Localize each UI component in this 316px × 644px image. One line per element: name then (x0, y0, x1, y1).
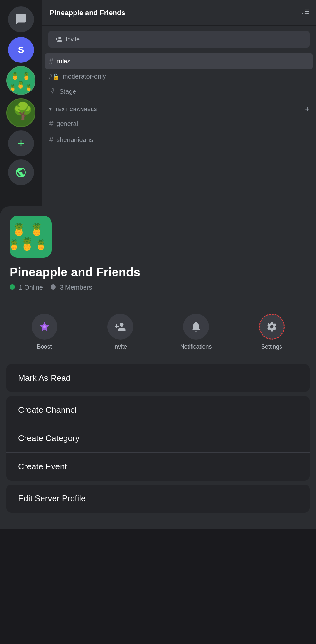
create-category-button[interactable]: Create Category (6, 424, 310, 453)
svg-text:🍍: 🍍 (9, 84, 16, 91)
svg-rect-8 (10, 216, 52, 258)
notifications-label: Notifications (180, 343, 212, 350)
add-channel-button[interactable]: + (305, 105, 310, 113)
channel-name: general (56, 120, 78, 128)
top-section: S 🍍 🍍 🍍 🍍 🍍 🌳 + (0, 0, 316, 213)
channel-name: Stage (59, 88, 76, 95)
channel-name: shenanigans (56, 136, 93, 144)
invite-icon-container (107, 314, 133, 340)
settings-icon-container (259, 314, 285, 340)
server-icon-pineapple[interactable]: 🍍 🍍 🍍 🍍 🍍 (6, 66, 35, 95)
stage-icon (49, 87, 56, 96)
server-list: S 🍍 🍍 🍍 🍍 🍍 🌳 + (0, 0, 42, 213)
server-meta: 1 Online 3 Members (10, 284, 306, 291)
boost-label: Boost (37, 343, 52, 350)
channel-moderator-only[interactable]: #🔒 moderator-only (45, 70, 313, 83)
category-label: TEXT CHANNELS (55, 107, 97, 112)
svg-text:🍍: 🍍 (11, 222, 27, 237)
member-count-label: 3 Members (60, 284, 92, 291)
svg-text:🍍: 🍍 (16, 80, 25, 89)
notifications-icon-container (183, 314, 209, 340)
add-server-button[interactable]: + (8, 130, 34, 156)
channel-name: rules (56, 58, 70, 65)
bottom-sheet: 🍍 🍍 🍍 🍍 🍍 Pineapple and Friends 1 Online… (0, 206, 316, 529)
create-channel-button[interactable]: Create Channel (6, 396, 310, 424)
server-name-header: Pineapple and Friends (50, 9, 125, 17)
svg-text:🍍: 🍍 (29, 222, 44, 237)
boost-icon-container (32, 314, 57, 340)
channel-shenanigans[interactable]: # shenanigans (45, 132, 313, 148)
settings-button[interactable]: Settings (234, 314, 310, 350)
member-dot (51, 284, 56, 290)
invite-action-button[interactable]: Invite (82, 314, 158, 350)
boost-button[interactable]: Boost (6, 314, 82, 350)
create-event-button[interactable]: Create Event (6, 453, 310, 481)
hamburger-menu-button[interactable]: ≡ (304, 6, 310, 17)
category-arrow-icon: ▼ (48, 107, 53, 111)
server-header: Pineapple and Friends ··· (42, 0, 316, 26)
server-avatar-large: 🍍 🍍 🍍 🍍 🍍 (10, 216, 52, 258)
channel-sidebar: Pineapple and Friends ··· Invite # rules… (42, 0, 316, 213)
channel-hash-icon: # (49, 57, 53, 66)
channel-hash-icon: # (49, 135, 53, 144)
edit-server-profile-container: Edit Server Profile (6, 485, 310, 513)
discover-button[interactable] (8, 159, 34, 185)
svg-text:🍍: 🍍 (19, 236, 35, 251)
channel-name: moderator-only (63, 73, 106, 80)
svg-text:🍍: 🍍 (11, 72, 20, 80)
channel-list: # rules #🔒 moderator-only Stage (42, 53, 316, 204)
svg-text:🍍: 🍍 (22, 72, 31, 80)
online-count: 1 Online (10, 284, 43, 291)
mark-as-read-container: Mark As Read (6, 364, 310, 392)
category-text-channels[interactable]: ▼ TEXT CHANNELS + (45, 100, 313, 115)
member-count: 3 Members (51, 284, 92, 291)
create-options-group: Create Channel Create Category Create Ev… (6, 396, 310, 481)
invite-action-label: Invite (113, 343, 127, 350)
channel-hash-lock-icon: #🔒 (49, 73, 59, 80)
svg-text:🍍: 🍍 (35, 239, 47, 251)
invite-button[interactable]: Invite (48, 31, 310, 48)
online-dot (10, 284, 15, 290)
svg-text:🍍: 🍍 (25, 84, 33, 91)
channel-hash-icon: # (49, 119, 53, 128)
dm-button[interactable] (8, 6, 34, 32)
channel-general[interactable]: # general (45, 116, 313, 131)
server-title: Pineapple and Friends (10, 265, 306, 279)
channel-stage[interactable]: Stage (45, 84, 313, 99)
server-icon-s[interactable]: S (8, 37, 34, 63)
server-info-section: 🍍 🍍 🍍 🍍 🍍 Pineapple and Friends 1 Online… (0, 206, 316, 307)
action-buttons-row: Boost Invite Notifications (0, 307, 316, 360)
svg-text:🌳: 🌳 (12, 101, 33, 121)
server-icon-cookies[interactable]: 🌳 (6, 98, 35, 127)
svg-text:🍍: 🍍 (10, 239, 20, 251)
invite-label: Invite (66, 36, 80, 43)
edit-server-profile-button[interactable]: Edit Server Profile (6, 485, 310, 513)
svg-point-14 (43, 325, 46, 328)
settings-label: Settings (261, 343, 282, 350)
channel-rules[interactable]: # rules (45, 53, 313, 69)
notifications-button[interactable]: Notifications (158, 314, 234, 350)
online-count-label: 1 Online (19, 284, 43, 291)
mark-as-read-button[interactable]: Mark As Read (6, 364, 310, 392)
